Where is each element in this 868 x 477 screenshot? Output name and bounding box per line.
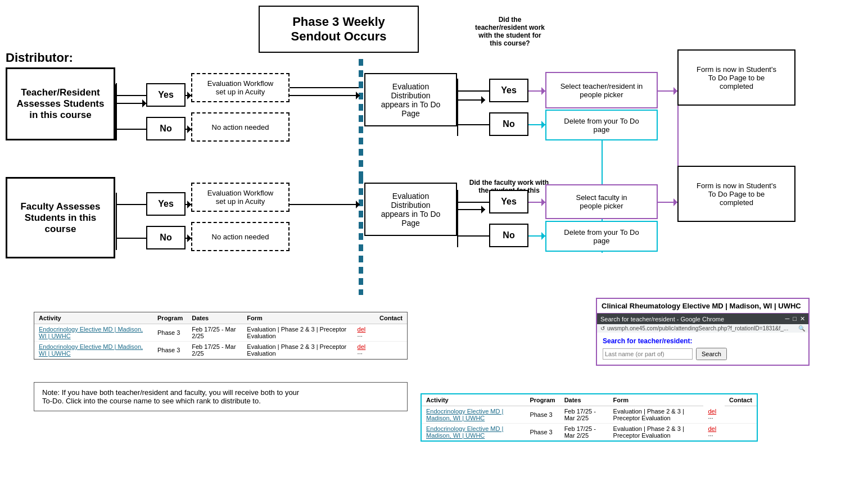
row2-noaction-text: No action needed: [212, 233, 269, 241]
row1-workflow-box: Evaluation Workflow set up in Acuity: [191, 73, 290, 102]
row1-no-hline: [116, 129, 146, 130]
chrome-title: Search for teacher/resident - Google Chr…: [600, 316, 724, 322]
col-dates: Dates: [187, 312, 242, 324]
row1-eval-box: Evaluation Distribution appears in To Do…: [364, 73, 457, 126]
row2-select-box: Select faculty in people picker: [545, 184, 658, 219]
del-link[interactable]: del: [358, 326, 366, 333]
dots-link[interactable]: ···: [708, 415, 713, 421]
row1-noaction-text: No action needed: [212, 123, 269, 131]
row2-no-box: No: [146, 226, 186, 249]
row2-workflow-box: Evaluation Workflow set up in Acuity: [191, 183, 290, 212]
minimize-icon[interactable]: ─: [785, 315, 790, 322]
row2-eval-box: Evaluation Distribution appears in To Do…: [364, 183, 457, 236]
chrome-body: Search for teacher/resident: Search: [597, 333, 808, 365]
activity-cell[interactable]: Endocrinology Elective MD | Madison, WI …: [422, 424, 525, 441]
chrome-urlbar: ↺ uwsmph.one45.com/public/attendingSearc…: [597, 324, 808, 333]
search-button[interactable]: Search: [696, 348, 727, 360]
row1-noaction-box: No action needed: [191, 112, 290, 142]
row2-to-eval: [290, 204, 360, 205]
del-link[interactable]: del: [358, 343, 366, 350]
dots-link[interactable]: ···: [358, 333, 363, 339]
row1-form-box: Form is now in Student's To Do Page to b…: [677, 49, 795, 106]
search-input[interactable]: [603, 348, 693, 360]
program-cell: Phase 3: [153, 324, 187, 342]
row1-left-box: Teacher/Resident Assesses Students in th…: [6, 67, 115, 140]
chrome-popup: Clinical Rheumatology Elective MD | Madi…: [596, 298, 810, 366]
dates-cell: Feb 17/25 - Mar 2/25: [187, 324, 242, 342]
refresh-icon[interactable]: ↺: [600, 325, 605, 331]
program-cell: Phase 3: [525, 406, 559, 424]
row2-form-box: Form is now in Student's To Do Page to b…: [677, 166, 795, 222]
table-row: Endocrinology Elective MD | Madison, WI …: [34, 324, 407, 342]
row2-no2-box: No: [489, 224, 528, 247]
title-line1: Phase 3 Weekly: [291, 15, 387, 29]
row1-no-box: No: [146, 117, 186, 140]
del-link[interactable]: del: [708, 408, 716, 415]
form-cell: Evaluation | Phase 2 & 3 | Preceptor Eva…: [242, 342, 352, 359]
col-contact: Contact: [725, 394, 757, 406]
note-text: Note: If you have both teacher/resident …: [42, 388, 299, 405]
row2-yes-box: Yes: [146, 192, 186, 216]
row1-vert-right: [457, 79, 458, 136]
col-contact: Contact: [375, 312, 407, 324]
search-row: Search: [603, 348, 803, 360]
note-box: Note: If you have both teacher/resident …: [34, 382, 408, 411]
row1-eval-text: Evaluation Distribution appears in To Do…: [381, 82, 441, 118]
popup-course-title: Clinical Rheumatology Elective MD | Madi…: [597, 299, 808, 314]
title-line2: Sendout Occurs: [291, 29, 387, 44]
dashed-vline-top: [359, 59, 363, 177]
row1-select-box: Select teacher/resident in people picker: [545, 72, 658, 108]
row1-delete-text: Delete from your To Do page: [564, 117, 639, 134]
distributor-label: Distributor:: [6, 51, 73, 65]
dashed-vline-bottom: [359, 177, 363, 295]
col-empty: [703, 394, 725, 406]
row2-left-box: Faculty Assesses Students in this course: [6, 177, 115, 258]
row2-no-hline: [116, 238, 146, 239]
program-cell: Phase 3: [525, 424, 559, 441]
activity-cell[interactable]: Endocrinology Elective MD | Madison, WI …: [34, 342, 153, 359]
dates-cell: Feb 17/25 - Mar 2/25: [187, 342, 242, 359]
contact-cell: [375, 324, 407, 342]
row1-arrow-from-left: [115, 103, 146, 104]
table-row: Endocrinology Elective MD | Madison, WI …: [422, 424, 757, 441]
dates-cell: Feb 17/25 - Mar 2/25: [560, 424, 609, 441]
program-cell: Phase 3: [153, 342, 187, 359]
col-empty: [353, 312, 375, 324]
row2-vert-left: [116, 193, 117, 250]
url-text: uwsmph.one45.com/public/attendingSearch.…: [607, 325, 796, 331]
close-icon[interactable]: ✕: [800, 315, 805, 322]
row2-workflow-text: Evaluation Workflow set up in Acuity: [207, 189, 274, 206]
maximize-icon[interactable]: □: [793, 315, 797, 322]
dots-link[interactable]: ···: [708, 432, 713, 439]
chrome-titlebar: Search for teacher/resident - Google Chr…: [597, 314, 808, 324]
row2-select-text: Select faculty in people picker: [576, 193, 627, 210]
dots-link[interactable]: ···: [358, 350, 363, 357]
row1-no2-hline: [457, 124, 489, 125]
row1-yes-hline: [116, 95, 146, 96]
row2-delete-box: Delete from your To Do page: [545, 221, 658, 252]
row1-no2-to-delete: [528, 124, 545, 125]
row1-eval-to-q: [457, 99, 485, 101]
row2-eval-text: Evaluation Distribution appears in To Do…: [381, 192, 441, 228]
activity-cell[interactable]: Endocrinology Elective MD | Madison, WI …: [422, 406, 525, 424]
col-program: Program: [153, 312, 187, 324]
row1-yes2-box: Yes: [489, 79, 528, 102]
row1-workflow-text: Evaluation Workflow set up in Acuity: [207, 79, 274, 96]
col-activity: Activity: [34, 312, 153, 324]
del-link[interactable]: del: [708, 425, 716, 432]
chrome-controls: ─ □ ✕: [785, 315, 805, 322]
row2-no2-to-delete: [528, 235, 545, 237]
row1-select-to-form: [658, 90, 677, 92]
activity-cell[interactable]: Endocrinology Elective MD | Madison, WI …: [34, 324, 153, 342]
search-icon[interactable]: 🔍: [798, 325, 805, 331]
dates-cell: Feb 17/25 - Mar 2/25: [560, 406, 609, 424]
row2-yes-hline: [116, 204, 146, 205]
row2-no-to-noaction: [186, 238, 191, 239]
row2-delete-text: Delete from your To Do page: [564, 228, 639, 245]
search-label: Search for teacher/resident:: [603, 337, 803, 345]
diagram-container: Phase 3 Weekly Sendout Occurs Distributo…: [0, 0, 868, 477]
table-row: Endocrinology Elective MD | Madison, WI …: [422, 406, 757, 424]
cyan-table: Activity Program Dates Form Contact Endo…: [421, 393, 758, 442]
title-box: Phase 3 Weekly Sendout Occurs: [259, 6, 419, 53]
col-activity: Activity: [422, 394, 525, 406]
